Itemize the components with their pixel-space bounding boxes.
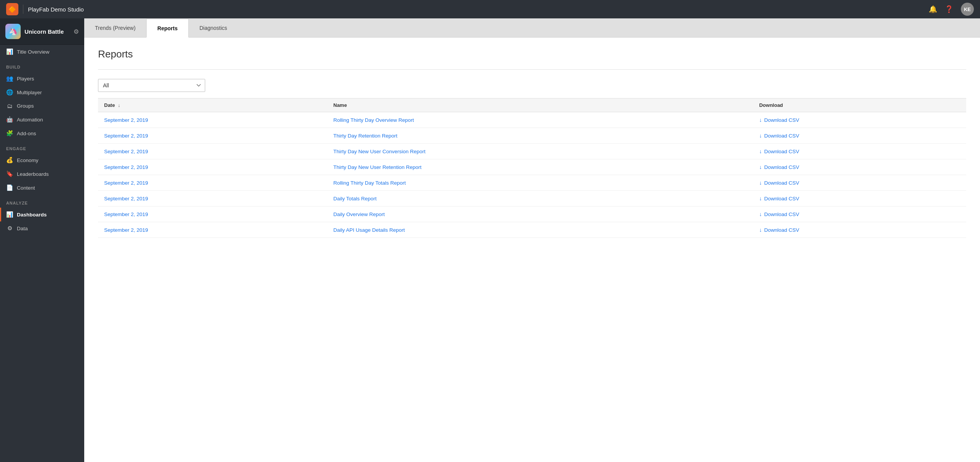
download-csv-link[interactable]: Download CSV — [764, 117, 799, 123]
sidebar-item-label: Multiplayer — [17, 90, 42, 95]
sidebar-item-content[interactable]: 📄 Content — [0, 181, 84, 195]
download-csv-link[interactable]: Download CSV — [764, 149, 799, 154]
cell-date[interactable]: September 2, 2019 — [98, 175, 327, 191]
sidebar-item-multiplayer[interactable]: 🌐 Multiplayer — [0, 85, 84, 99]
report-name-link[interactable]: Daily API Usage Details Report — [333, 227, 405, 233]
cell-download[interactable]: ↓Download CSV — [753, 144, 966, 159]
report-name-link[interactable]: Rolling Thirty Day Overview Report — [333, 117, 414, 123]
cell-download[interactable]: ↓Download CSV — [753, 175, 966, 191]
sidebar-item-automation[interactable]: 🤖 Automation — [0, 113, 84, 126]
cell-name[interactable]: Daily Totals Report — [327, 191, 753, 206]
download-csv-link[interactable]: Download CSV — [764, 211, 799, 217]
sidebar-item-label: Dashboards — [17, 212, 47, 218]
cell-name[interactable]: Daily Overview Report — [327, 206, 753, 222]
download-csv-link[interactable]: Download CSV — [764, 227, 799, 233]
column-header-download: Download — [753, 98, 966, 112]
report-name-link[interactable]: Daily Totals Report — [333, 196, 377, 202]
download-csv-link[interactable]: Download CSV — [764, 196, 799, 202]
sidebar-item-label: Economy — [17, 157, 38, 163]
cell-name[interactable]: Rolling Thirty Day Totals Report — [327, 175, 753, 191]
cell-name[interactable]: Daily API Usage Details Report — [327, 222, 753, 238]
notification-icon[interactable]: 🔔 — [929, 5, 937, 13]
sidebar-item-label: Automation — [17, 117, 43, 123]
date-link[interactable]: September 2, 2019 — [104, 180, 148, 186]
download-csv-link[interactable]: Download CSV — [764, 164, 799, 170]
report-filter-select[interactable]: All Daily Weekly Monthly — [98, 79, 205, 92]
cell-download[interactable]: ↓Download CSV — [753, 112, 966, 128]
download-csv-link[interactable]: Download CSV — [764, 180, 799, 186]
date-link[interactable]: September 2, 2019 — [104, 196, 148, 202]
cell-date[interactable]: September 2, 2019 — [98, 159, 327, 175]
cell-download[interactable]: ↓Download CSV — [753, 222, 966, 238]
sidebar-item-groups[interactable]: 🗂 Groups — [0, 99, 84, 113]
cell-date[interactable]: September 2, 2019 — [98, 206, 327, 222]
multiplayer-icon: 🌐 — [6, 89, 13, 96]
table-row: September 2, 2019Daily API Usage Details… — [98, 222, 966, 238]
sidebar-item-addons[interactable]: 🧩 Add-ons — [0, 126, 84, 140]
sidebar-section-engage: ENGAGE — [0, 140, 84, 153]
report-name-link[interactable]: Daily Overview Report — [333, 211, 385, 217]
sidebar: 🦄 Unicorn Battle ⚙ 📊 Title Overview BUIL… — [0, 18, 84, 462]
table-body: September 2, 2019Rolling Thirty Day Over… — [98, 112, 966, 238]
sidebar-item-label: Groups — [17, 103, 34, 109]
cell-download[interactable]: ↓Download CSV — [753, 191, 966, 206]
data-icon: ⚙ — [6, 225, 13, 232]
table-row: September 2, 2019Rolling Thirty Day Over… — [98, 112, 966, 128]
settings-icon[interactable]: ⚙ — [74, 28, 79, 35]
cell-download[interactable]: ↓Download CSV — [753, 159, 966, 175]
cell-date[interactable]: September 2, 2019 — [98, 128, 327, 144]
sidebar-item-dashboards[interactable]: 📊 Dashboards — [0, 208, 84, 221]
report-name-link[interactable]: Thirty Day New User Conversion Report — [333, 149, 426, 154]
filter-row: All Daily Weekly Monthly — [98, 79, 966, 92]
sidebar-item-leaderboards[interactable]: 🔖 Leaderboards — [0, 167, 84, 181]
addons-icon: 🧩 — [6, 130, 13, 137]
tab-diagnostics[interactable]: Diagnostics — [189, 18, 238, 37]
cell-name[interactable]: Rolling Thirty Day Overview Report — [327, 112, 753, 128]
cell-name[interactable]: Thirty Day Retention Report — [327, 128, 753, 144]
user-avatar[interactable]: KE — [961, 3, 974, 16]
cell-date[interactable]: September 2, 2019 — [98, 144, 327, 159]
sidebar-item-label: Content — [17, 185, 35, 191]
cell-date[interactable]: September 2, 2019 — [98, 191, 327, 206]
cell-date[interactable]: September 2, 2019 — [98, 112, 327, 128]
download-csv-link[interactable]: Download CSV — [764, 133, 799, 139]
download-icon: ↓ — [759, 180, 762, 186]
tab-trends[interactable]: Trends (Preview) — [84, 18, 146, 37]
sidebar-item-data[interactable]: ⚙ Data — [0, 221, 84, 235]
report-name-link[interactable]: Thirty Day New User Retention Report — [333, 164, 421, 170]
cell-name[interactable]: Thirty Day New User Retention Report — [327, 159, 753, 175]
download-icon: ↓ — [759, 148, 762, 154]
report-name-link[interactable]: Thirty Day Retention Report — [333, 133, 397, 139]
page-divider — [98, 69, 966, 70]
leaderboards-icon: 🔖 — [6, 170, 13, 177]
cell-download[interactable]: ↓Download CSV — [753, 128, 966, 144]
help-icon[interactable]: ❓ — [945, 5, 953, 13]
download-icon: ↓ — [759, 227, 762, 233]
download-icon: ↓ — [759, 211, 762, 217]
table-header-row: Date ↓ Name Download — [98, 98, 966, 112]
cell-name[interactable]: Thirty Day New User Conversion Report — [327, 144, 753, 159]
cell-date[interactable]: September 2, 2019 — [98, 222, 327, 238]
cell-download[interactable]: ↓Download CSV — [753, 206, 966, 222]
date-link[interactable]: September 2, 2019 — [104, 117, 148, 123]
sidebar-item-economy[interactable]: 💰 Economy — [0, 153, 84, 167]
sidebar-section-analyze: ANALYZE — [0, 195, 84, 208]
sidebar-item-players[interactable]: 👥 Players — [0, 72, 84, 85]
top-nav-left: 🔶 PlayFab Demo Studio — [6, 3, 84, 15]
sidebar-item-title-overview[interactable]: 📊 Title Overview — [0, 45, 84, 59]
date-link[interactable]: September 2, 2019 — [104, 133, 148, 139]
date-link[interactable]: September 2, 2019 — [104, 164, 148, 170]
date-link[interactable]: September 2, 2019 — [104, 227, 148, 233]
table-row: September 2, 2019Thirty Day New User Ret… — [98, 159, 966, 175]
main-layout: 🦄 Unicorn Battle ⚙ 📊 Title Overview BUIL… — [0, 18, 980, 462]
tab-reports[interactable]: Reports — [146, 19, 189, 38]
sidebar-app-header: 🦄 Unicorn Battle ⚙ — [0, 18, 84, 45]
report-name-link[interactable]: Rolling Thirty Day Totals Report — [333, 180, 406, 186]
date-link[interactable]: September 2, 2019 — [104, 149, 148, 154]
table-row: September 2, 2019Rolling Thirty Day Tota… — [98, 175, 966, 191]
groups-icon: 🗂 — [6, 103, 13, 109]
players-icon: 👥 — [6, 75, 13, 82]
table-row: September 2, 2019Thirty Day New User Con… — [98, 144, 966, 159]
date-link[interactable]: September 2, 2019 — [104, 211, 148, 217]
column-header-date[interactable]: Date ↓ — [98, 98, 327, 112]
